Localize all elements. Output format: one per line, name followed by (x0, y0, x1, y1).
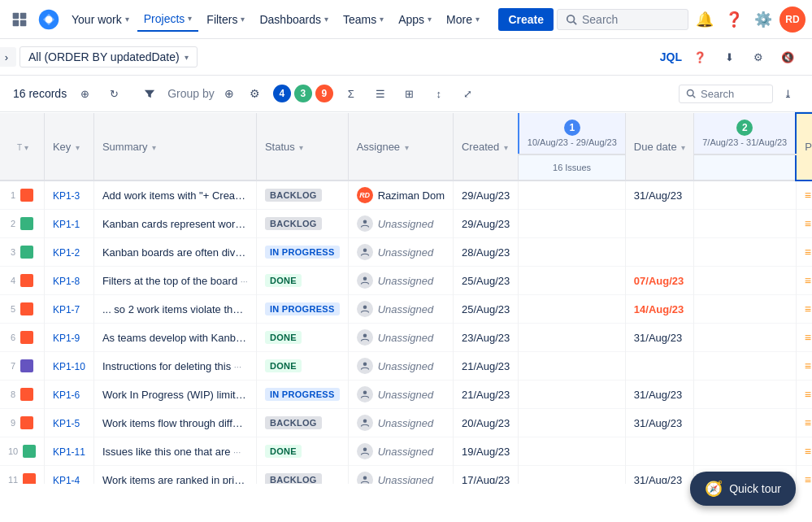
row-menu-icon[interactable]: ··· (241, 276, 248, 286)
toolbar-search[interactable] (679, 85, 773, 103)
col-header-created[interactable]: Created ▾ (453, 113, 518, 181)
export-icon[interactable]: ⤓ (776, 82, 799, 105)
table-row[interactable]: 11 KP1-4 Work items are ranked in priori… (0, 466, 812, 485)
col-header-checkbox[interactable]: T ▾ (0, 113, 44, 181)
filter-icon[interactable] (138, 82, 161, 105)
issue-type-icon (20, 388, 33, 401)
col-header-status[interactable]: Status ▾ (256, 113, 348, 181)
col-header-summary[interactable]: Summary ▾ (93, 113, 256, 181)
cell-key[interactable]: KP1-4 (44, 466, 93, 485)
table-row[interactable]: 5 KP1-7 ... so 2 work items violate the … (0, 295, 812, 324)
toolbar-search-input[interactable] (701, 88, 766, 100)
table-row[interactable]: 3 KP1-2 Kanban boards are often divided … (0, 238, 812, 267)
download-icon[interactable]: ⬇ (718, 46, 740, 68)
group-by-options-icon[interactable]: ⚙ (244, 82, 267, 105)
issue-key-link[interactable]: KP1-4 (53, 475, 80, 485)
issue-key-link[interactable]: KP1-7 (53, 304, 80, 315)
row-menu-icon[interactable]: ··· (247, 191, 254, 201)
row-menu-icon[interactable]: ··· (241, 305, 249, 315)
badge-3[interactable]: 3 (294, 85, 312, 102)
row-menu-icon[interactable]: ··· (243, 220, 250, 229)
row-menu-icon[interactable]: ··· (234, 362, 241, 372)
col-header-duedate[interactable]: Due date ▾ (625, 113, 693, 181)
group-by-settings-icon[interactable]: ⊕ (218, 82, 241, 105)
cell-summary: Work items flow through different ··· (93, 409, 256, 437)
table-row[interactable]: 4 KP1-8 Filters at the top of the board … (0, 267, 812, 295)
col-header-sprint2[interactable]: 2 7/Aug/23 - 31/Aug/23 (694, 113, 796, 154)
table-row[interactable]: 1 KP1-3 Add work items with "+ Create ··… (0, 181, 812, 210)
add-record-icon[interactable]: ⊕ (73, 82, 96, 105)
table-row[interactable]: 8 KP1-6 Work In Progress (WIP) limits ··… (0, 381, 812, 409)
col-header-sprint1[interactable]: 1 10/Aug/23 - 29/Aug/23 (519, 113, 626, 154)
quick-tour-button[interactable]: 🧭 Quick tour (690, 472, 796, 484)
group-by[interactable]: Group by ⊕ ⚙ (167, 82, 267, 105)
refresh-icon[interactable]: ↻ (102, 82, 125, 105)
issue-key-link[interactable]: KP1-5 (53, 418, 80, 429)
table-row[interactable]: 9 KP1-5 Work items flow through differen… (0, 409, 812, 437)
cell-assignee: Unassigned (348, 352, 453, 381)
grid-icon[interactable] (7, 7, 33, 33)
issues-table-container[interactable]: T ▾ Key ▾ Summary ▾ Status ▾ Assignee ▾ … (0, 112, 812, 484)
issue-type-icon (20, 416, 33, 429)
nav-item-projects[interactable]: Projects ▾ (137, 7, 199, 32)
col-header-priority[interactable]: Priority ▾ (796, 113, 812, 181)
svg-point-16 (363, 391, 367, 395)
row-menu-icon[interactable]: ··· (233, 447, 241, 457)
sidebar-toggle[interactable]: › (0, 47, 16, 67)
settings-icon[interactable]: ⚙️ (750, 7, 776, 33)
badge-9[interactable]: 9 (315, 85, 333, 102)
row-menu-icon[interactable]: ··· (244, 390, 251, 400)
grid-view-icon[interactable]: ⊞ (398, 82, 421, 105)
issue-key-link[interactable]: KP1-2 (53, 247, 80, 259)
filter-select[interactable]: All (ORDER BY updatedDate) ▾ (20, 46, 198, 67)
col-header-assignee[interactable]: Assignee ▾ (348, 113, 453, 181)
table-row[interactable]: 7 KP1-10 Instructions for deleting this … (0, 352, 812, 381)
nav-item-more[interactable]: More ▾ (440, 8, 486, 31)
sum-icon[interactable]: Σ (340, 82, 363, 105)
nav-item-your-work[interactable]: Your work ▾ (65, 8, 136, 31)
cell-key[interactable]: KP1-7 (44, 295, 93, 324)
cell-key[interactable]: KP1-1 (44, 210, 93, 238)
cell-key[interactable]: KP1-3 (44, 181, 93, 210)
issue-key-link[interactable]: KP1-11 (53, 446, 85, 458)
create-button[interactable]: Create (498, 8, 554, 31)
cell-assignee: RDRaziman Dom (348, 181, 453, 210)
cell-key[interactable]: KP1-10 (44, 352, 93, 381)
cell-key[interactable]: KP1-6 (44, 381, 93, 409)
cell-key[interactable]: KP1-8 (44, 267, 93, 295)
audio-icon[interactable]: 🔇 (776, 46, 799, 68)
col-header-key[interactable]: Key ▾ (44, 113, 93, 181)
jql-button[interactable]: JQL (660, 50, 682, 63)
badge-4[interactable]: 4 (273, 85, 291, 102)
brand-logo[interactable] (36, 7, 62, 33)
cell-key[interactable]: KP1-5 (44, 409, 93, 437)
list-view-icon[interactable]: ☰ (369, 82, 392, 105)
issue-key-link[interactable]: KP1-8 (53, 276, 80, 287)
table-row[interactable]: 6 KP1-9 As teams develop with Kanban ...… (0, 324, 812, 352)
cell-key[interactable]: KP1-9 (44, 324, 93, 352)
table-row[interactable]: 2 KP1-1 Kanban cards represent work ··· … (0, 210, 812, 238)
table-row[interactable]: 10 KP1-11 Issues like this one that are … (0, 437, 812, 466)
jql-help-icon[interactable]: ❓ (688, 46, 711, 68)
settings-icon[interactable]: ⚙ (747, 46, 770, 68)
issue-key-link[interactable]: KP1-1 (53, 219, 80, 230)
issue-key-link[interactable]: KP1-9 (53, 333, 80, 344)
help-icon[interactable]: ❓ (721, 7, 747, 33)
cell-summary: Issues like this one that are ··· (93, 437, 256, 466)
cell-key[interactable]: KP1-2 (44, 238, 93, 267)
nav-item-filters[interactable]: Filters ▾ (200, 8, 251, 31)
search-box[interactable] (557, 9, 688, 30)
chevron-down-icon: ▾ (475, 15, 480, 24)
sort-icon[interactable]: ↕ (428, 82, 450, 105)
notifications-icon[interactable]: 🔔 (692, 7, 718, 33)
nav-item-dashboards[interactable]: Dashboards ▾ (253, 8, 335, 31)
issue-key-link[interactable]: KP1-3 (53, 190, 80, 202)
user-avatar[interactable]: RD (779, 7, 805, 33)
nav-item-teams[interactable]: Teams ▾ (337, 8, 390, 31)
search-input[interactable] (582, 13, 680, 26)
nav-item-apps[interactable]: Apps ▾ (392, 8, 438, 31)
issue-key-link[interactable]: KP1-10 (53, 361, 85, 372)
cell-key[interactable]: KP1-11 (44, 437, 93, 466)
expand-icon[interactable]: ⤢ (457, 82, 480, 105)
issue-key-link[interactable]: KP1-6 (53, 389, 80, 401)
